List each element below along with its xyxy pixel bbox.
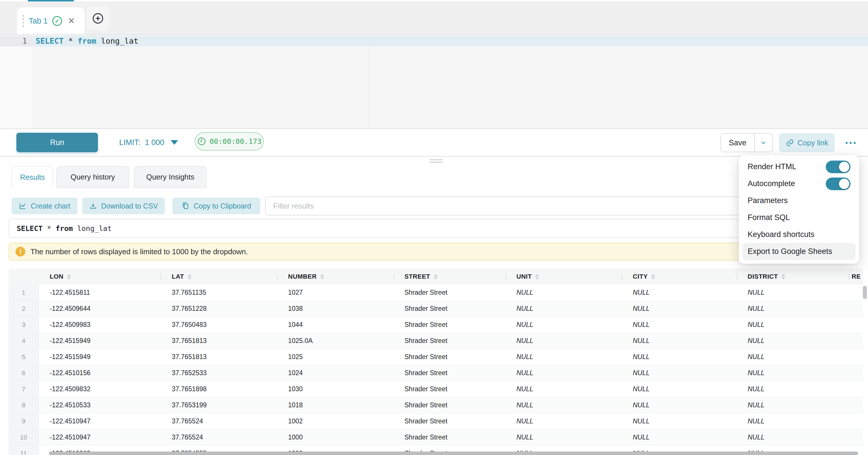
create-chart-label: Create chart: [31, 202, 70, 210]
run-button[interactable]: Run: [17, 133, 98, 152]
toggle-switch-on[interactable]: [826, 160, 850, 173]
table-row[interactable]: 8-122.451053337.76531991018Shrader Stree…: [9, 397, 863, 413]
column-header-unit[interactable]: UNIT: [517, 269, 539, 285]
table-row[interactable]: 3-122.450998337.76504831044Shrader Stree…: [9, 317, 863, 333]
chevron-down-icon: [760, 139, 767, 147]
sort-icon[interactable]: [651, 274, 655, 279]
plus-circle-icon: [92, 12, 104, 25]
table-cell: 37.7651135: [172, 285, 206, 300]
column-header-street[interactable]: STREET: [404, 269, 438, 285]
pane-resize-handle[interactable]: [430, 159, 443, 164]
column-header-label: RE: [851, 273, 861, 280]
table-cell: 37.7651813: [172, 333, 207, 349]
save-button[interactable]: Save: [721, 134, 755, 152]
menu-item-export-to-google-sheets[interactable]: Export to Google Sheets: [742, 243, 856, 260]
horizontal-scrollbar[interactable]: [49, 452, 858, 455]
copy-link-button[interactable]: Copy link: [779, 133, 835, 152]
tab-query-history[interactable]: Query history: [56, 166, 129, 188]
table-cell: Shrader Street: [404, 349, 447, 365]
sql-text: long_lat: [96, 36, 138, 46]
download-csv-button[interactable]: Download to CSV: [82, 198, 165, 214]
table-row[interactable]: 7-122.450983237.76518981030Shrader Stree…: [9, 381, 863, 397]
sql-editor[interactable]: 1 SELECT * from long_lat: [0, 36, 868, 128]
copy-link-label: Copy link: [798, 139, 828, 147]
table-cell: 37.765524: [172, 429, 203, 445]
create-chart-button[interactable]: Create chart: [11, 198, 78, 214]
editor-ruler: [368, 47, 369, 128]
table-cell: NULL: [633, 349, 650, 365]
table-cell: NULL: [748, 285, 765, 300]
sort-icon[interactable]: [434, 274, 438, 279]
menu-item-autocomplete[interactable]: Autocomplete: [742, 175, 856, 192]
column-separator: [505, 273, 506, 280]
executed-sql-bar: SELECT * from long_lat: [9, 219, 859, 238]
table-cell: -122.4515811: [50, 285, 90, 300]
table-row[interactable]: 10-122.451094737.7655241000Shrader Stree…: [9, 429, 863, 446]
menu-item-label: Autocomplete: [748, 179, 795, 188]
copy-clipboard-label: Copy to Clipboard: [194, 202, 251, 210]
column-header-label: DISTRICT: [748, 273, 778, 280]
table-row[interactable]: 6-122.451015637.76525331024Shrader Stree…: [9, 365, 863, 381]
table-cell: 1030: [288, 381, 303, 397]
editor-line-number: 1: [0, 36, 27, 46]
row-number: 1: [9, 285, 39, 300]
column-header-lon[interactable]: LON: [50, 269, 71, 285]
sql-keyword: from: [56, 224, 73, 233]
menu-item-render-html[interactable]: Render HTML: [742, 158, 856, 175]
table-cell: NULL: [633, 397, 650, 413]
drag-handle-icon[interactable]: [22, 15, 24, 27]
table-row[interactable]: 2-122.450964437.76512281038Shrader Stree…: [9, 301, 863, 317]
table-row[interactable]: 9-122.451094737.7655241002Shrader Street…: [9, 413, 863, 429]
table-cell: 37.765524: [172, 413, 203, 429]
menu-item-keyboard-shortcuts[interactable]: Keyboard shortcuts: [742, 226, 856, 243]
column-separator: [277, 273, 278, 280]
column-header-number[interactable]: NUMBER: [288, 269, 324, 285]
sort-icon[interactable]: [781, 274, 785, 279]
menu-item-format-sql[interactable]: Format SQL: [742, 209, 856, 226]
table-cell: NULL: [517, 301, 533, 316]
table-cell: NULL: [517, 365, 533, 381]
column-header-district[interactable]: DISTRICT: [748, 269, 785, 285]
menu-item-parameters[interactable]: Parameters: [742, 192, 856, 209]
column-header-label: STREET: [404, 273, 430, 280]
table-cell: NULL: [748, 365, 765, 381]
table-row[interactable]: 4-122.451594937.76518131025.0AShrader St…: [9, 333, 863, 349]
row-number: 6: [9, 365, 39, 381]
new-tab-button[interactable]: [87, 7, 109, 30]
column-header-label: LON: [50, 273, 63, 280]
tab-results[interactable]: Results: [11, 166, 54, 188]
table-cell: NULL: [633, 285, 650, 300]
query-tab-bar: Tab 1 ✓ ✕: [0, 1, 868, 35]
table-cell: -122.4509832: [50, 381, 91, 397]
editor-code-line[interactable]: SELECT * from long_lat: [36, 36, 138, 46]
table-cell: NULL: [633, 365, 650, 381]
save-options-button[interactable]: [755, 134, 772, 152]
row-number: 9: [9, 413, 39, 429]
close-tab-icon[interactable]: ✕: [67, 17, 76, 25]
toggle-switch-on[interactable]: [826, 178, 850, 190]
table-cell: Shrader Street: [404, 397, 447, 413]
table-cell: NULL: [633, 301, 650, 316]
table-row[interactable]: 1-122.451581137.76511351027Shrader Stree…: [9, 285, 863, 301]
table-cell: NULL: [748, 413, 765, 429]
sort-icon[interactable]: [320, 274, 324, 279]
more-options-button[interactable]: [841, 133, 860, 152]
tab-query-insights[interactable]: Query Insights: [134, 166, 207, 188]
table-cell: Shrader Street: [404, 413, 447, 429]
sort-icon[interactable]: [67, 274, 71, 279]
copy-clipboard-button[interactable]: Copy to Clipboard: [172, 198, 260, 214]
table-cell: NULL: [517, 381, 533, 397]
sort-icon[interactable]: [188, 274, 192, 279]
column-header-lat[interactable]: LAT: [172, 269, 192, 285]
table-cell: NULL: [633, 333, 650, 349]
limit-dropdown[interactable]: LIMIT: 1 000: [119, 133, 178, 152]
vertical-scrollbar[interactable]: [863, 286, 867, 299]
column-header-city[interactable]: CITY: [633, 269, 655, 285]
row-limit-banner: ! The number of rows displayed is limite…: [9, 243, 859, 261]
table-cell: -122.4510947: [50, 429, 91, 445]
column-header-re[interactable]: RE: [851, 269, 861, 285]
query-tab[interactable]: Tab 1 ✓ ✕: [17, 7, 85, 34]
sort-icon[interactable]: [535, 274, 539, 279]
column-header-label: UNIT: [517, 273, 532, 280]
table-row[interactable]: 5-122.451594937.76518131025Shrader Stree…: [9, 349, 863, 365]
